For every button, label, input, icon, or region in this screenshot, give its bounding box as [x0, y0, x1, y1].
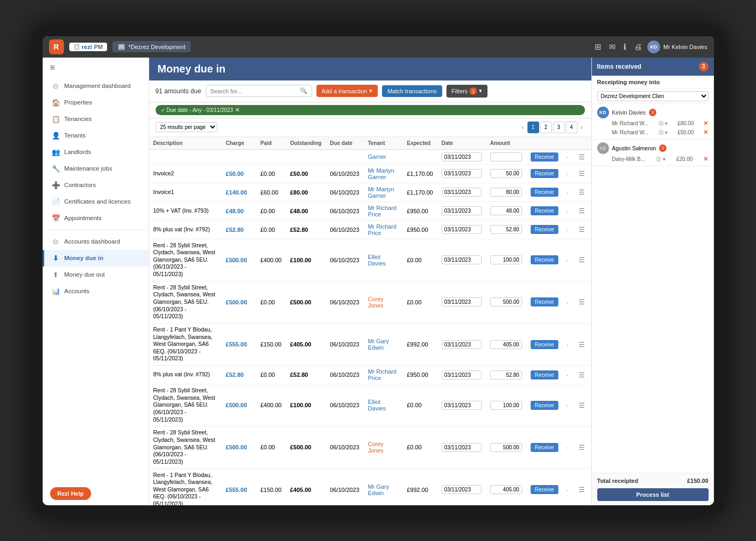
receive-button[interactable]: Receive: [531, 340, 558, 349]
amount-field[interactable]: [490, 169, 522, 178]
hamburger-button[interactable]: ≡: [43, 58, 149, 78]
row-menu-button[interactable]: ☰: [577, 298, 587, 306]
receive-button[interactable]: Receive: [531, 255, 558, 264]
grid-icon[interactable]: ⊞: [595, 42, 601, 52]
sidebar-item-tenants[interactable]: 👤 Tenants: [43, 127, 149, 144]
cell-amount[interactable]: [486, 469, 526, 505]
receive-button[interactable]: Receive: [531, 152, 558, 162]
receive-button[interactable]: Receive: [531, 169, 558, 178]
cell-menu[interactable]: ☰: [573, 281, 591, 323]
cell-action[interactable]: Receive: [526, 366, 563, 384]
cell-menu[interactable]: ☰: [573, 323, 591, 365]
cell-menu[interactable]: ☰: [573, 220, 591, 239]
cell-menu[interactable]: ☰: [573, 366, 591, 384]
cell-amount[interactable]: [486, 239, 526, 281]
date-field[interactable]: [442, 188, 482, 197]
cell-amount[interactable]: [486, 220, 526, 239]
search-box[interactable]: 🔍: [206, 85, 312, 97]
cell-action[interactable]: Receive: [526, 384, 563, 426]
cell-action[interactable]: Receive: [526, 220, 563, 239]
sidebar-item-certificates[interactable]: 📄 Certificates and licences: [43, 193, 149, 210]
receive-button[interactable]: Receive: [531, 297, 558, 306]
cell-amount[interactable]: [486, 183, 526, 201]
receive-button[interactable]: Receive: [531, 401, 558, 410]
amount-field[interactable]: [490, 340, 522, 349]
date-field[interactable]: [442, 443, 482, 452]
sidebar-item-management-dashboard[interactable]: ⊙ Management dashboard: [43, 78, 149, 94]
agustin-control[interactable]: ⓪ ▾: [656, 156, 665, 163]
info-icon[interactable]: ℹ: [623, 42, 627, 52]
row-menu-button[interactable]: ☰: [577, 207, 587, 215]
amount-field[interactable]: [490, 370, 522, 379]
rezi-help-button[interactable]: Rezi Help: [50, 487, 92, 500]
receive-button[interactable]: Receive: [531, 225, 558, 234]
receive-button[interactable]: Receive: [531, 206, 558, 215]
row-menu-button[interactable]: ☰: [577, 443, 587, 451]
row-menu-button[interactable]: ☰: [577, 153, 587, 161]
cell-amount[interactable]: [486, 281, 526, 323]
amount-field[interactable]: [490, 152, 522, 162]
amount-field[interactable]: [490, 443, 522, 452]
cell-tenant[interactable]: Mr Martyn Garner: [363, 164, 402, 183]
row-menu-button[interactable]: ☰: [577, 486, 587, 494]
date-field[interactable]: [442, 169, 482, 178]
remove-agustin-button[interactable]: ✕: [703, 156, 708, 163]
cell-amount[interactable]: [486, 366, 526, 384]
cell-tenant[interactable]: Mr Gary Edwin: [363, 323, 402, 365]
page-4-button[interactable]: 4: [566, 122, 578, 133]
receive-button[interactable]: Receive: [531, 370, 558, 379]
remove-1-button[interactable]: ✕: [703, 120, 708, 127]
date-field[interactable]: [442, 401, 482, 410]
print-icon[interactable]: 🖨: [634, 42, 642, 51]
user-menu[interactable]: KD Mr Kelvin Davies: [647, 41, 708, 53]
sidebar-item-contractors[interactable]: ➕ Contractors: [43, 177, 149, 193]
person-control-2[interactable]: ⓪ ▾: [659, 129, 668, 136]
cell-tenant[interactable]: Mr Martyn Garner: [363, 183, 402, 201]
cell-amount[interactable]: [486, 323, 526, 365]
cell-amount[interactable]: [486, 164, 526, 183]
cell-date[interactable]: [437, 426, 486, 469]
amount-field[interactable]: [490, 255, 522, 264]
row-menu-button[interactable]: ☰: [577, 341, 587, 349]
sidebar-item-money-due-out[interactable]: ⬆ Money due out: [43, 267, 149, 283]
cell-menu[interactable]: ☰: [573, 164, 591, 183]
cell-amount[interactable]: [486, 201, 526, 220]
cell-action[interactable]: Receive: [526, 469, 563, 505]
cell-action[interactable]: Receive: [526, 183, 563, 201]
row-menu-button[interactable]: ☰: [577, 225, 587, 233]
row-menu-button[interactable]: ☰: [577, 169, 587, 177]
cell-amount[interactable]: [486, 426, 526, 469]
page-2-button[interactable]: 2: [540, 122, 552, 133]
receive-button[interactable]: Receive: [531, 485, 558, 494]
cell-menu[interactable]: ☰: [573, 469, 591, 505]
sidebar-item-money-due-in[interactable]: ⬇ Money due in: [43, 250, 149, 267]
cell-date[interactable]: [437, 281, 486, 323]
add-transaction-button[interactable]: Add a transaction ▾: [316, 85, 378, 97]
sidebar-item-appointments[interactable]: 📅 Appointments: [43, 210, 149, 227]
cell-tenant[interactable]: Mr Richard Price: [363, 201, 402, 220]
date-field[interactable]: [442, 297, 482, 306]
sidebar-item-tenancies[interactable]: 📋 Tenancies: [43, 111, 149, 127]
cell-menu[interactable]: ☰: [573, 149, 591, 164]
amount-field[interactable]: [490, 206, 522, 215]
date-field[interactable]: [442, 370, 482, 379]
date-field[interactable]: [442, 152, 482, 162]
cell-date[interactable]: [437, 149, 486, 164]
match-transactions-button[interactable]: Match transactions: [382, 85, 442, 97]
sidebar-item-landlords[interactable]: 👥 Landlords: [43, 144, 149, 160]
per-page-select[interactable]: 25 results per page: [156, 122, 217, 132]
search-input[interactable]: [210, 88, 298, 94]
row-menu-button[interactable]: ☰: [577, 371, 587, 379]
cell-date[interactable]: [437, 384, 486, 426]
page-3-button[interactable]: 3: [553, 122, 565, 133]
date-field[interactable]: [442, 206, 482, 215]
sidebar-item-accounts[interactable]: 📊 Accounts: [43, 283, 149, 300]
amount-field[interactable]: [490, 485, 522, 494]
next-page-button[interactable]: ›: [579, 124, 585, 131]
cell-tenant[interactable]: Elliot Davies: [363, 384, 402, 426]
filters-button[interactable]: Filters 1 ▾: [446, 85, 488, 98]
receive-button[interactable]: Receive: [531, 443, 558, 452]
account-dropdown[interactable]: Dezrez Development Clien: [597, 91, 709, 101]
amount-field[interactable]: [490, 188, 522, 197]
cell-amount[interactable]: [486, 384, 526, 426]
